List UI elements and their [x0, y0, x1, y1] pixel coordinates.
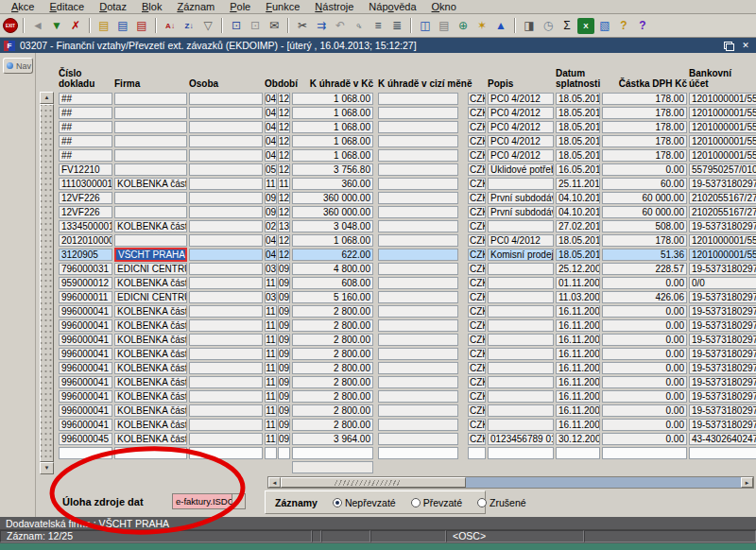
cell-dph[interactable]: 178.00 — [602, 93, 687, 105]
cell-obd1[interactable]: 11 — [265, 419, 277, 431]
cell-popis[interactable] — [488, 305, 554, 318]
cell-bank[interactable]: 1201000001/5500 — [689, 93, 756, 105]
cell-osoba[interactable] — [189, 263, 263, 275]
alert-icon[interactable]: ▲ — [492, 18, 509, 34]
cell-cizi[interactable] — [378, 178, 458, 190]
cell-popis[interactable] — [488, 178, 554, 190]
cell-firma[interactable]: KOLBENKA část 8 — [114, 404, 187, 417]
cell-bank[interactable]: 1201000001/5500 — [689, 149, 756, 162]
cell-cislo[interactable]: 12VF226 — [59, 206, 112, 218]
cell-popis[interactable]: Úklidové potřeby — [488, 163, 554, 176]
cell-obd1[interactable] — [265, 447, 277, 459]
print-icon[interactable]: ⊡ — [228, 18, 245, 34]
cell-osoba[interactable] — [189, 334, 263, 346]
cell-osoba[interactable] — [189, 135, 263, 147]
cell-obd2[interactable]: 09 — [278, 390, 290, 403]
cell-datum[interactable]: 16.11.2009 — [556, 305, 600, 318]
cell-dph[interactable]: 60 000.00 — [602, 206, 687, 218]
cell-obd1[interactable]: 05 — [265, 163, 277, 176]
cell-firma[interactable] — [114, 135, 187, 147]
cell-uhrada[interactable]: 2 800.00 — [292, 319, 373, 332]
cell-mena[interactable]: CZK — [468, 220, 486, 232]
cell-mena[interactable]: CZK — [468, 192, 486, 204]
cell-cizi[interactable] — [378, 419, 458, 431]
cell-obd2[interactable]: 12 — [278, 192, 290, 204]
data-source-value[interactable]: e-faktury.ISDOC — [173, 494, 232, 508]
cell-firma[interactable] — [114, 121, 187, 133]
cell-cizi[interactable] — [378, 348, 458, 360]
cell-popis[interactable]: 0123456789 0123 — [488, 433, 554, 445]
cell-popis[interactable]: PC0 4/2012 — [488, 149, 554, 162]
sum-icon[interactable]: Σ — [558, 18, 576, 34]
table-row[interactable]: 996000041KOLBENKA část 811092 800.00CZK1… — [36, 389, 756, 404]
cell-mena[interactable]: CZK — [468, 107, 486, 119]
cell-bank[interactable]: 2102055167/2700 — [689, 206, 756, 218]
cell-uhrada[interactable]: 1 068.00 — [292, 107, 373, 119]
cell-popis[interactable] — [488, 404, 554, 417]
cell-cizi[interactable] — [378, 234, 458, 247]
globe-icon[interactable]: ⊕ — [455, 18, 472, 34]
cell-mena[interactable]: CZK — [468, 149, 486, 162]
cell-popis[interactable] — [488, 419, 554, 431]
cell-osoba[interactable] — [189, 107, 263, 119]
cell-cislo[interactable]: ## — [59, 121, 112, 133]
cell-mena[interactable]: CZK — [468, 234, 486, 247]
cell-mena[interactable]: CZK — [468, 178, 486, 190]
cell-uhrada[interactable]: 3 756.80 — [292, 163, 373, 176]
search-icon[interactable]: ♀ — [348, 14, 371, 38]
cell-osoba[interactable] — [189, 178, 263, 190]
cell-cislo[interactable]: 996000011 — [59, 291, 112, 303]
menu-item-záznam[interactable]: Záznam — [169, 1, 222, 12]
cell-popis[interactable] — [488, 447, 554, 459]
cell-popis[interactable]: První subdodávku — [488, 192, 554, 204]
cell-datum[interactable]: 16.11.2009 — [556, 319, 600, 332]
cell-obd2[interactable]: 09 — [278, 334, 290, 346]
cell-cizi[interactable] — [378, 305, 458, 318]
cell-dph[interactable]: 60 000.00 — [602, 192, 687, 204]
cell-cizi[interactable] — [378, 390, 458, 403]
cell-bank[interactable]: 19-5373180297/0 — [689, 220, 756, 232]
table-row[interactable]: 2012010000004121 068.00CZKPC0 4/201218.0… — [36, 233, 756, 248]
cell-firma[interactable]: KOLBENKA část 8 — [114, 390, 187, 403]
cell-firma[interactable] — [114, 206, 187, 218]
cell-firma[interactable]: KOLBENKA část 8 — [114, 376, 187, 388]
cell-popis[interactable] — [488, 376, 554, 388]
table-row[interactable]: ##04121 068.00CZKPC0 4/201218.05.2012178… — [36, 120, 756, 134]
cell-osoba[interactable] — [189, 249, 263, 261]
cell-bank[interactable]: 1201000001/5500 — [689, 107, 756, 119]
cell-datum[interactable]: 18.05.2012 — [556, 107, 600, 119]
table-row[interactable]: ##04121 068.00CZKPC0 4/201218.05.2012178… — [36, 134, 756, 148]
table-row[interactable]: 996000041KOLBENKA část 811092 800.00CZK1… — [36, 318, 756, 333]
filter-icon[interactable]: ▽ — [199, 18, 216, 34]
radio-button-icon[interactable] — [411, 498, 421, 507]
cell-bank[interactable]: 1201000001/5500 — [689, 135, 756, 147]
cell-obd2[interactable]: 09 — [278, 404, 290, 417]
cell-obd2[interactable] — [278, 447, 290, 459]
cell-dph[interactable]: 178.00 — [602, 234, 687, 247]
cell-cizi[interactable] — [378, 263, 458, 275]
cell-dph[interactable]: 0.00 — [602, 433, 687, 445]
cell-uhrada[interactable]: 2 800.00 — [292, 305, 373, 318]
cell-obd2[interactable]: 09 — [278, 376, 290, 388]
cell-obd1[interactable]: 02 — [265, 220, 277, 232]
cell-cizi[interactable] — [378, 107, 458, 119]
cell-bank[interactable]: 19-5373180297/0 — [689, 362, 756, 374]
cell-uhrada[interactable]: 2 800.00 — [292, 362, 373, 374]
cell-datum[interactable]: 18.05.2012 — [556, 249, 600, 261]
cell-mena[interactable]: CZK — [468, 305, 486, 318]
cell-uhrada[interactable]: 1 068.00 — [292, 234, 373, 247]
cell-popis[interactable]: PC0 4/2012 — [488, 135, 554, 147]
cell-datum[interactable]: 16.11.2009 — [556, 362, 600, 374]
cell-obd2[interactable]: 12 — [278, 93, 290, 105]
cell-bank[interactable]: 557950257/0100 — [689, 163, 756, 176]
cell-obd1[interactable]: 04 — [265, 135, 277, 147]
cell-uhrada[interactable]: 1 068.00 — [292, 121, 373, 133]
data-source-dropdown[interactable]: e-faktury.ISDOC ▼ — [172, 493, 246, 509]
table-row[interactable]: 996000041KOLBENKA část 811092 800.00CZK1… — [36, 404, 756, 418]
cell-mena[interactable]: CZK — [468, 319, 486, 332]
cell-uhrada[interactable]: 360.00 — [292, 178, 373, 190]
scroll-left-button[interactable]: ◄ — [268, 477, 281, 488]
cell-dph[interactable]: 0.00 — [602, 305, 687, 318]
assign-person-icon[interactable]: ⇉ — [313, 18, 330, 34]
cell-datum[interactable]: 25.11.2011 — [556, 178, 600, 190]
